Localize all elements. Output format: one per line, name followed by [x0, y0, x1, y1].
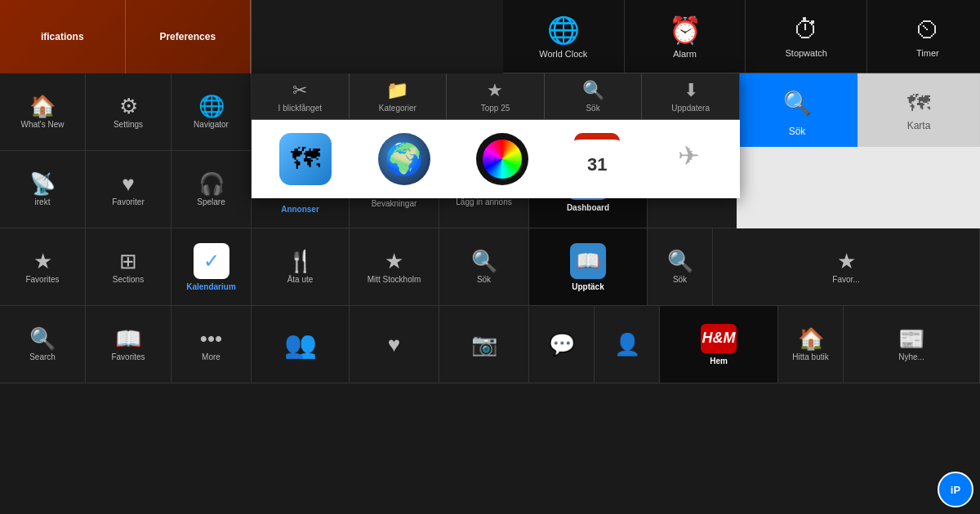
karta-icon: 🗺 [907, 90, 930, 117]
mitt-stockholm-cell[interactable]: ★ Mitt Stockholm [350, 228, 439, 305]
chat-cell[interactable]: 💬 [529, 306, 595, 383]
settings-label: Settings [114, 120, 143, 129]
whats-new-cell[interactable]: 🏠 What's New [0, 73, 86, 150]
globe-icon: 🌍 [378, 133, 430, 185]
sections-icon: ⊞ [119, 250, 137, 272]
search-tab-icon: 🔍 [582, 80, 604, 101]
ip-badge[interactable]: iP [938, 472, 973, 507]
more-label: More [202, 352, 220, 361]
mitt-stockholm-label: Mitt Stockholm [368, 275, 421, 284]
sections-cell[interactable]: ⊞ Sections [86, 228, 172, 305]
more-icon: ••• [200, 328, 222, 349]
alarm-icon: ⏰ [669, 15, 702, 46]
nyheter2-cell[interactable]: 📰 Nyhe... [844, 306, 980, 383]
direkt-label: irekt [35, 197, 51, 206]
calendar31-app[interactable]: 31 [571, 130, 623, 188]
overlay-apps: 🗺 🌍 31 ✈ [252, 120, 740, 198]
scissors-icon: ✂ [292, 80, 307, 101]
annonser-label: Annonser [281, 205, 319, 214]
heart2-cell[interactable]: ♥ [350, 306, 439, 383]
sections-label: Sections [113, 275, 144, 284]
people-cell[interactable]: 👥 [252, 306, 350, 383]
search-label: Search [29, 352, 56, 361]
alarm-cell[interactable]: ⏰ Alarm [625, 0, 746, 73]
tab-sok-right[interactable]: 🔍 Sök [737, 73, 858, 147]
paperplane-app[interactable]: ✈ [663, 130, 715, 188]
stopwatch-icon: ⏱ [793, 15, 819, 45]
world-clock-cell[interactable]: 🌐 World Clock [503, 0, 625, 73]
paperplane-icon: ✈ [666, 133, 712, 179]
sok3-icon: 🔍 [471, 250, 497, 272]
mitt-stockholm-icon: ★ [385, 250, 403, 272]
timer-cell[interactable]: ⏲ Timer [867, 0, 980, 73]
alarm-label: Alarm [673, 49, 697, 59]
tab-kategorier-label: Kategorier [379, 104, 416, 113]
tab-topp25-label: Topp 25 [481, 104, 510, 113]
more-cell[interactable]: ••• More [172, 306, 252, 383]
tab-karta-right[interactable]: 🗺 Karta [858, 73, 980, 147]
nyheter2-label: Nyhe... [898, 352, 924, 361]
globe-app[interactable]: 🌍 [375, 130, 434, 188]
favorites3-cell[interactable]: 📖 Favorites [86, 306, 172, 383]
search-cell[interactable]: 🔍 Search [0, 306, 86, 383]
favorites-cell[interactable]: ★ Favorites [0, 228, 86, 305]
notifications-label: ifications [41, 31, 84, 42]
preferences-button[interactable]: Preferences [126, 0, 252, 73]
kalendarium-label: Kalendarium [186, 282, 236, 291]
upptack-cell[interactable]: 📖 Upptäck [529, 228, 648, 305]
people-icon: 👥 [284, 331, 317, 357]
grid-row-4: 🔍 Search 📖 Favorites ••• More 👥 ♥ 📷 [0, 306, 980, 383]
ata-ute-cell[interactable]: 🍴 Äta ute [252, 228, 350, 305]
right-panel-tabs: 🔍 Sök 🗺 Karta [737, 73, 980, 147]
favor2-cell[interactable]: ★ Favor... [713, 228, 980, 305]
hitta-butik-icon: 🏠 [798, 328, 824, 349]
preferences-label: Preferences [159, 31, 216, 42]
favoriter2-label: Favoriter [112, 197, 144, 206]
notifications-button[interactable]: ifications [0, 0, 126, 73]
search-icon: 🔍 [29, 328, 56, 349]
top-left-panel: ifications Preferences [0, 0, 252, 73]
tab-sok[interactable]: 🔍 Sök [545, 73, 643, 119]
colorwheel-app[interactable] [473, 130, 532, 188]
sok-blue-icon: 🔍 [777, 83, 817, 122]
stopwatch-cell[interactable]: ⏱ Stopwatch [746, 0, 867, 73]
right-panel-content [737, 147, 980, 228]
spelare-cell[interactable]: 🎧 Spelare [172, 151, 252, 228]
hem-cell[interactable]: H&M Hem [660, 306, 778, 383]
tab-i-blickfanget[interactable]: ✂ I blickfånget [252, 73, 350, 119]
nyheter2-icon: 📰 [898, 328, 924, 349]
lagg-in-annons-label: Lägg in annons [456, 197, 511, 206]
maps-icon: 🗺 [279, 133, 332, 185]
favoriter2-cell[interactable]: ♥ Favoriter [86, 151, 172, 228]
tab-karta-right-label: Karta [907, 120, 931, 131]
direkt-cell[interactable]: 📡 irekt [0, 151, 86, 228]
whats-new-label: What's New [20, 120, 64, 129]
hitta-butik-cell[interactable]: 🏠 Hitta butik [778, 306, 844, 383]
navigator-cell[interactable]: 🌐 Navigator [172, 73, 252, 150]
world-clock-icon: 🌐 [547, 15, 580, 46]
right-panel: 🔍 Sök 🗺 Karta [737, 73, 980, 228]
kalendarium-cell[interactable]: ✓ Kalendarium [172, 228, 252, 305]
sok3-cell[interactable]: 🔍 Sök [439, 228, 529, 305]
camera-cell[interactable]: 📷 [439, 306, 529, 383]
calendar31-icon: 31 [574, 133, 620, 179]
favorites3-label: Favorites [111, 352, 145, 361]
folder-icon: 📁 [386, 80, 408, 101]
screen: ifications Preferences 🌐 World Clock ⏰ A… [0, 0, 980, 514]
favorites-label: Favorites [25, 275, 59, 284]
contacts-cell[interactable]: 👤 [595, 306, 660, 383]
tab-uppdatera[interactable]: ⬇ Uppdatera [642, 73, 740, 119]
tab-topp25[interactable]: ★ Topp 25 [447, 73, 545, 119]
upptack-icon: 📖 [570, 243, 606, 279]
home-icon: 🏠 [29, 95, 56, 117]
stopwatch-label: Stopwatch [785, 48, 826, 58]
timer-icon: ⏲ [915, 15, 941, 45]
tab-kategorier[interactable]: 📁 Kategorier [350, 73, 448, 119]
sok4-cell[interactable]: 🔍 Sök [648, 228, 713, 305]
tab-i-blickfanget-label: I blickfånget [278, 104, 322, 113]
ata-ute-label: Äta ute [287, 275, 314, 284]
settings-cell[interactable]: ⚙ Settings [86, 73, 172, 150]
hitta-butik-label: Hitta butik [792, 352, 828, 361]
maps-app[interactable]: 🗺 [276, 130, 335, 188]
sok4-label: Sök [673, 275, 687, 284]
